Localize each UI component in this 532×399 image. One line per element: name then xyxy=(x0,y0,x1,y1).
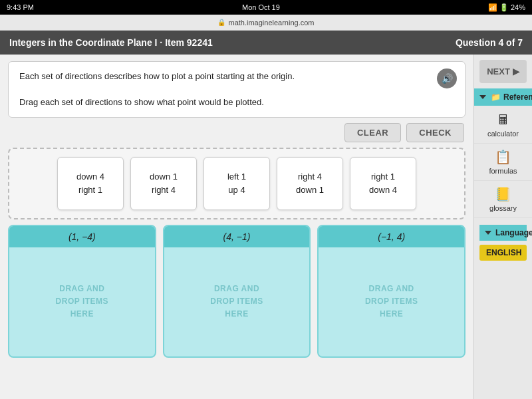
direction-card-2[interactable]: down 1 right 4 xyxy=(130,157,197,210)
status-bar: 9:43 PM Mon Oct 19 📶 🔋 24% xyxy=(0,0,532,15)
card-5-line1: right 1 xyxy=(371,170,395,184)
formulas-icon: 📋 xyxy=(495,149,511,165)
sidebar: NEXT ▶ 📁 Reference 🖩 calculator 📋 formul… xyxy=(473,55,532,399)
next-label: NEXT xyxy=(487,66,510,76)
lock-icon: 🔒 xyxy=(217,19,225,26)
direction-card-3[interactable]: left 1 up 4 xyxy=(203,157,270,210)
drop-zone-2[interactable]: (4, −1) DRAG ANDDROP ITEMSHERE xyxy=(163,225,311,358)
drop-zone-1-body: DRAG ANDDROP ITEMSHERE xyxy=(9,247,155,356)
card-4-line2: down 1 xyxy=(296,184,324,197)
drop-zone-2-header: (4, −1) xyxy=(164,226,310,247)
glossary-icon: 📒 xyxy=(495,186,511,202)
english-button[interactable]: ENGLISH xyxy=(479,245,527,261)
formulas-tool[interactable]: 📋 formulas xyxy=(474,144,532,181)
url-text: math.imaginelearning.com xyxy=(228,19,314,27)
drop-zone-3[interactable]: (−1, 4) DRAG ANDDROP ITEMSHERE xyxy=(317,225,466,358)
question-progress: Question 4 of 7 xyxy=(456,37,523,48)
glossary-tool[interactable]: 📒 glossary xyxy=(474,181,532,218)
main-area: Each set of directions describes how to … xyxy=(0,55,532,399)
card-1-line2: right 1 xyxy=(78,184,102,197)
card-1-line1: down 4 xyxy=(76,170,104,184)
card-5-line2: down 4 xyxy=(369,184,397,197)
status-right: 📶 🔋 24% xyxy=(488,3,525,12)
card-4-line1: right 4 xyxy=(298,170,322,184)
page-title: Integers in the Coordinate Plane I · Ite… xyxy=(9,37,213,48)
reference-collapse-icon xyxy=(479,95,486,99)
instruction-line1: Each set of directions describes how to … xyxy=(19,70,454,83)
next-arrow-icon: ▶ xyxy=(513,66,519,76)
language-section: Language ℹ ENGLISH xyxy=(474,221,532,265)
reference-icon: 📁 xyxy=(491,92,501,102)
cards-area: down 4 right 1 down 1 right 4 left 1 up … xyxy=(8,148,466,219)
drop-zone-2-body: DRAG ANDDROP ITEMSHERE xyxy=(164,247,310,356)
language-collapse-icon xyxy=(485,231,491,235)
card-2-line2: right 4 xyxy=(152,184,176,197)
reference-label: Reference xyxy=(503,92,532,102)
url-bar: 🔒 math.imaginelearning.com xyxy=(0,15,532,31)
calculator-label: calculator xyxy=(487,130,519,138)
language-header[interactable]: Language ℹ xyxy=(479,225,527,241)
content-area: Each set of directions describes how to … xyxy=(0,55,473,399)
glossary-label: glossary xyxy=(489,204,517,212)
instruction-box: Each set of directions describes how to … xyxy=(8,61,466,118)
drop-zones: (1, −4) DRAG ANDDROP ITEMSHERE (4, −1) D… xyxy=(8,225,466,358)
drop-zone-3-body: DRAG ANDDROP ITEMSHERE xyxy=(319,247,464,356)
drop-zone-3-header: (−1, 4) xyxy=(319,226,464,247)
action-buttons: CLEAR CHECK xyxy=(8,123,466,142)
status-date: Mon Oct 19 xyxy=(242,3,280,11)
next-button[interactable]: NEXT ▶ xyxy=(479,60,527,83)
drop-zone-1[interactable]: (1, −4) DRAG ANDDROP ITEMSHERE xyxy=(8,225,156,358)
instruction-line2: Drag each set of directions to show what… xyxy=(19,96,454,109)
language-label: Language xyxy=(495,228,532,237)
battery-percent: 24% xyxy=(511,3,525,11)
sound-button[interactable]: 🔊 xyxy=(437,68,457,88)
card-2-line1: down 1 xyxy=(150,170,178,184)
wifi-icon: 📶 xyxy=(488,3,497,11)
drop-zone-1-header: (1, −4) xyxy=(9,226,155,247)
status-time: 9:43 PM xyxy=(7,3,34,11)
formulas-label: formulas xyxy=(489,167,517,175)
card-3-line1: left 1 xyxy=(227,170,246,184)
reference-section[interactable]: 📁 Reference xyxy=(474,88,532,106)
battery-icon: 🔋 xyxy=(499,3,509,11)
check-button[interactable]: CHECK xyxy=(406,123,464,142)
clear-button[interactable]: CLEAR xyxy=(344,123,401,142)
direction-card-1[interactable]: down 4 right 1 xyxy=(57,157,124,210)
title-bar: Integers in the Coordinate Plane I · Ite… xyxy=(0,31,532,55)
calculator-icon: 🖩 xyxy=(497,112,510,128)
direction-card-4[interactable]: right 4 down 1 xyxy=(277,157,343,210)
calculator-tool[interactable]: 🖩 calculator xyxy=(474,107,532,144)
card-3-line2: up 4 xyxy=(228,184,245,197)
direction-card-5[interactable]: right 1 down 4 xyxy=(350,157,416,210)
